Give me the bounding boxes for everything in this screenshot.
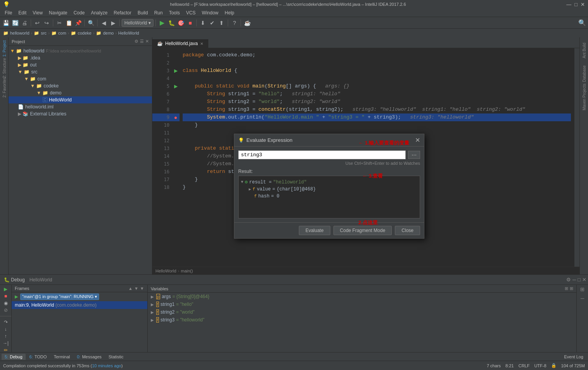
help-btn[interactable]: ? bbox=[230, 19, 239, 27]
evaluate-expr-btn[interactable]: ✏ bbox=[2, 347, 10, 352]
coverage-btn[interactable]: 🎯 bbox=[176, 19, 185, 27]
result-main-row[interactable]: ▼ ⚙ result = "helloworld" bbox=[241, 178, 417, 186]
close-dialog-btn[interactable]: Close bbox=[395, 226, 420, 235]
status-position[interactable]: 8:21 bbox=[506, 363, 514, 368]
tree-root[interactable]: ▼ 📁 helloworld F:\idea workspace\hellowo… bbox=[9, 47, 152, 54]
var-string2[interactable]: ▶ f string2 = "world" bbox=[148, 308, 576, 316]
database-toggle[interactable]: Database bbox=[580, 62, 588, 86]
close-btn[interactable]: ✕ bbox=[581, 2, 585, 7]
status-encoding[interactable]: UTF-8 bbox=[534, 363, 546, 368]
editor-scrollbar[interactable] bbox=[574, 48, 579, 267]
menu-run[interactable]: Run bbox=[151, 9, 166, 16]
nav-com[interactable]: com bbox=[58, 31, 66, 35]
evaluate-btn[interactable]: Evaluate bbox=[299, 226, 330, 235]
step-over-btn[interactable]: ↷ bbox=[2, 319, 10, 325]
debug-minimize-icon[interactable]: ─ bbox=[572, 277, 576, 283]
tb-redo-btn[interactable]: ↪ bbox=[42, 19, 51, 27]
frame-item-2[interactable]: main:9, HelloWorld (com.codeke.demo) bbox=[12, 301, 147, 309]
status-lock[interactable]: 🔒 bbox=[551, 363, 557, 368]
frames-up-btn[interactable]: ▲ bbox=[128, 286, 133, 291]
frames-filter-btn[interactable]: ▼ bbox=[140, 286, 144, 291]
tree-helloworld-file[interactable]: 🇨 HelloWorld bbox=[9, 96, 152, 103]
nav-codeke[interactable]: codeke bbox=[78, 31, 91, 35]
tb-print-btn[interactable]: 🖨 bbox=[20, 19, 29, 27]
eval-expression-input[interactable] bbox=[238, 150, 406, 159]
sidebar-project-toggle[interactable]: 1: Project bbox=[0, 39, 8, 58]
menu-refactor[interactable]: Refactor bbox=[111, 9, 134, 16]
menu-window[interactable]: Window bbox=[199, 9, 222, 16]
menu-build[interactable]: Build bbox=[134, 9, 151, 16]
var-settings-icon[interactable]: ⊞ bbox=[565, 286, 568, 291]
dialog-close-icon[interactable]: ✕ bbox=[415, 136, 420, 144]
nav-helloworld[interactable]: helloworld bbox=[10, 31, 30, 35]
menu-view[interactable]: View bbox=[30, 9, 46, 16]
tb-undo-btn[interactable]: ↩ bbox=[33, 19, 42, 27]
debug-tab-debug[interactable]: 🐛 Debug bbox=[2, 276, 27, 283]
run-btn[interactable]: ▶ bbox=[158, 19, 166, 27]
menu-file[interactable]: File bbox=[2, 9, 15, 16]
debug-settings-icon[interactable]: ⚙ bbox=[566, 277, 571, 283]
tree-out[interactable]: ▶ 📁 out bbox=[9, 61, 152, 68]
tb-cut-btn[interactable]: ✂ bbox=[55, 19, 64, 27]
vcs-commit-btn[interactable]: ✔ bbox=[208, 19, 216, 27]
tb-save-btn[interactable]: 💾 bbox=[2, 19, 10, 27]
tb-paste-btn[interactable]: 📌 bbox=[74, 19, 82, 27]
menu-code[interactable]: Code bbox=[70, 9, 88, 16]
btm-tab-debug[interactable]: 5: Debug bbox=[2, 354, 26, 360]
frames-down-btn[interactable]: ▼ bbox=[134, 286, 138, 291]
vcs-push-btn[interactable]: ⬆ bbox=[217, 19, 226, 27]
tb-back-btn[interactable]: ◀ bbox=[99, 19, 108, 27]
project-settings-icon[interactable]: ⚙ bbox=[134, 39, 138, 44]
result-sub-expand-icon[interactable]: ▶ bbox=[249, 187, 251, 192]
btm-tab-messages[interactable]: 0: Messages bbox=[74, 354, 105, 360]
debug-expand-icon[interactable]: □ bbox=[578, 277, 581, 283]
debug-btn[interactable]: 🐛 bbox=[167, 19, 176, 27]
menu-tools[interactable]: Tools bbox=[166, 9, 183, 16]
btm-tab-todo[interactable]: 6: TODO bbox=[26, 354, 50, 360]
debug-close-icon[interactable]: ✕ bbox=[582, 277, 586, 283]
editor-tab-helloworld[interactable]: ☕ HelloWorld.java ✕ bbox=[152, 39, 208, 48]
debug-restore-icon[interactable]: ⊞ bbox=[580, 286, 585, 292]
tb-forward-btn[interactable]: ▶ bbox=[109, 19, 117, 27]
project-gear-icon[interactable]: ☰ bbox=[140, 39, 144, 44]
view-breakpoints-btn[interactable]: ◉ bbox=[2, 300, 10, 306]
menu-analyze[interactable]: Analyze bbox=[88, 9, 111, 16]
tb-copy-btn[interactable]: 📋 bbox=[65, 19, 73, 27]
code-area[interactable]: 1 2 3 4 5 6 7 8 9 10 11 12 13 14 15 16 1 bbox=[152, 48, 579, 267]
resume-btn[interactable]: ▶ bbox=[2, 286, 10, 292]
status-time-link[interactable]: 10 minutes ago bbox=[92, 363, 121, 368]
tb-search-btn[interactable]: 🔍 bbox=[87, 19, 95, 27]
sidebar-fav-toggle[interactable]: 2: Favorites bbox=[0, 78, 8, 97]
tab-close-icon[interactable]: ✕ bbox=[200, 42, 203, 46]
dialog-title-bar[interactable]: 💡 Evaluate Expression ✕ bbox=[234, 134, 424, 147]
status-memory[interactable]: 104 of 725M bbox=[561, 363, 585, 368]
var-string1[interactable]: ▶ f string1 = "hello" bbox=[148, 300, 576, 308]
var-expand-icon[interactable]: ⊞ bbox=[570, 286, 573, 291]
nav-helloworld-file[interactable]: HelloWorld bbox=[118, 31, 139, 35]
menu-navigate[interactable]: Navigate bbox=[46, 9, 70, 16]
string2-expand-icon[interactable]: ▶ bbox=[151, 310, 154, 314]
debug-minimize2-icon[interactable]: ─ bbox=[581, 295, 584, 301]
result-expand-icon[interactable]: ▼ bbox=[241, 180, 243, 184]
btm-tab-statistic[interactable]: Statistic bbox=[105, 354, 127, 360]
args-expand-icon[interactable]: ▶ bbox=[151, 295, 154, 299]
project-close-icon[interactable]: ✕ bbox=[145, 39, 149, 44]
code-fragment-mode-btn[interactable]: Code Fragment Mode bbox=[333, 226, 392, 235]
string1-expand-icon[interactable]: ▶ bbox=[151, 302, 154, 307]
mute-breakpoints-btn[interactable]: ⊘ bbox=[2, 307, 10, 313]
ant-build-toggle[interactable]: Ant Build bbox=[580, 39, 588, 62]
maximize-btn[interactable]: □ bbox=[574, 2, 578, 7]
btm-tab-terminal[interactable]: Terminal bbox=[51, 354, 73, 360]
menu-help[interactable]: Help bbox=[222, 9, 237, 16]
stop-debug-btn[interactable]: ■ bbox=[2, 293, 10, 299]
run-to-cursor-btn[interactable]: →| bbox=[2, 340, 10, 346]
menu-vcs[interactable]: VCS bbox=[183, 9, 199, 16]
tree-external-libs[interactable]: ▶ 📚 External Libraries bbox=[9, 110, 152, 117]
nav-demo[interactable]: demo bbox=[103, 31, 114, 35]
tree-demo[interactable]: ▼ 📁 demo bbox=[9, 89, 152, 96]
var-string3[interactable]: ▶ f string3 = "helloworld" bbox=[148, 316, 576, 324]
tree-src[interactable]: ▼ 📁 src bbox=[9, 68, 152, 75]
run-config-dropdown[interactable]: HelloWorld ▾ bbox=[122, 19, 154, 27]
var-args[interactable]: ▶ p args = {String[0]@464} bbox=[148, 293, 576, 300]
step-into-btn[interactable]: ↓ bbox=[2, 326, 10, 332]
